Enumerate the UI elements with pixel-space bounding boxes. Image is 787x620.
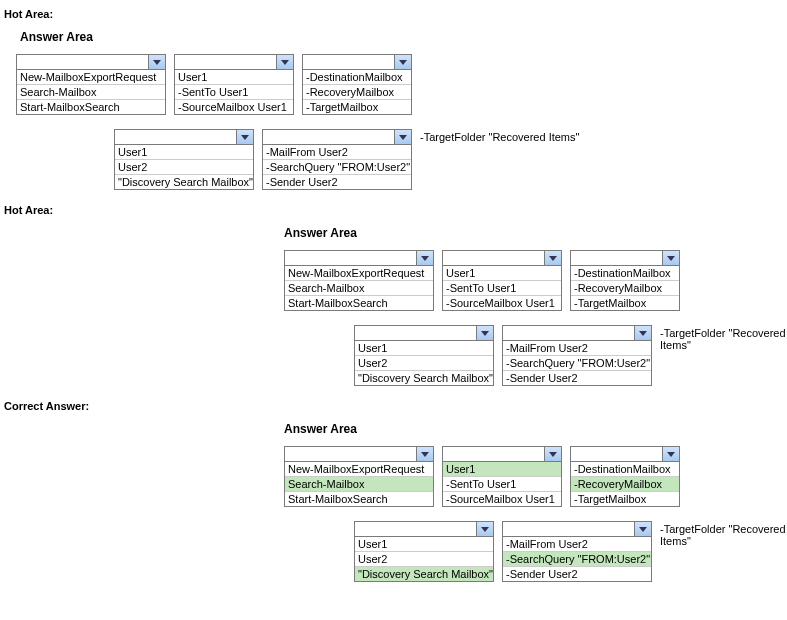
answer-area-label-2: Answer Area: [284, 226, 787, 240]
option-tgt-1[interactable]: User2: [355, 552, 493, 567]
svg-marker-11: [549, 452, 557, 457]
trailing-text-2: -TargetFolder "Recovered Items": [660, 325, 787, 351]
option-src-1[interactable]: -SentTo User1: [443, 281, 561, 296]
svg-marker-12: [667, 452, 675, 457]
dropdown-tgt-2[interactable]: User1 User2 "Discovery Search Mailbox": [354, 325, 494, 386]
chevron-down-icon: [662, 447, 679, 461]
option-src-2[interactable]: -SourceMailbox User1: [175, 100, 293, 114]
chevron-down-icon: [662, 251, 679, 265]
option-dst-2[interactable]: -TargetMailbox: [571, 492, 679, 506]
dropdown-qry-1[interactable]: -MailFrom User2 -SearchQuery "FROM:User2…: [262, 129, 412, 190]
option-src-2[interactable]: -SourceMailbox User1: [443, 492, 561, 506]
option-tgt-1[interactable]: User2: [115, 160, 253, 175]
option-qry-1[interactable]: -SearchQuery "FROM:User2": [263, 160, 411, 175]
option-src-0[interactable]: User1: [443, 462, 561, 477]
option-cmd-0[interactable]: New-MailboxExportRequest: [17, 70, 165, 85]
chevron-down-icon: [634, 326, 651, 340]
option-dst-1[interactable]: -RecoveryMailbox: [571, 281, 679, 296]
row-3b: User1 User2 "Discovery Search Mailbox" -…: [354, 521, 787, 582]
option-src-0[interactable]: User1: [175, 70, 293, 85]
option-qry-1[interactable]: -SearchQuery "FROM:User2": [503, 552, 651, 567]
trailing-text-3: -TargetFolder "Recovered Items": [660, 521, 787, 547]
svg-marker-7: [667, 256, 675, 261]
option-dst-1[interactable]: -RecoveryMailbox: [571, 477, 679, 492]
option-dst-0[interactable]: -DestinationMailbox: [303, 70, 411, 85]
option-cmd-1[interactable]: Search-Mailbox: [285, 281, 433, 296]
option-src-2[interactable]: -SourceMailbox User1: [443, 296, 561, 310]
section-label-hotarea-1: Hot Area:: [4, 8, 787, 20]
chevron-down-icon: [236, 130, 253, 144]
chevron-down-icon: [544, 251, 561, 265]
option-qry-0[interactable]: -MailFrom User2: [263, 145, 411, 160]
svg-marker-5: [421, 256, 429, 261]
option-qry-2[interactable]: -Sender User2: [503, 371, 651, 385]
option-tgt-2[interactable]: "Discovery Search Mailbox": [355, 371, 493, 385]
answer-area-label-1: Answer Area: [20, 30, 787, 44]
option-qry-2[interactable]: -Sender User2: [263, 175, 411, 189]
option-src-0[interactable]: User1: [443, 266, 561, 281]
answer-area-label-3: Answer Area: [284, 422, 787, 436]
chevron-down-icon: [416, 447, 433, 461]
row-1b: User1 User2 "Discovery Search Mailbox" -…: [114, 129, 787, 190]
dropdown-cmd-2[interactable]: New-MailboxExportRequest Search-Mailbox …: [284, 250, 434, 311]
svg-marker-13: [481, 527, 489, 532]
option-tgt-0[interactable]: User1: [115, 145, 253, 160]
option-qry-0[interactable]: -MailFrom User2: [503, 537, 651, 552]
chevron-down-icon: [476, 326, 493, 340]
chevron-down-icon: [634, 522, 651, 536]
chevron-down-icon: [394, 55, 411, 69]
row-3a: New-MailboxExportRequest Search-Mailbox …: [284, 446, 787, 507]
svg-marker-3: [241, 135, 249, 140]
chevron-down-icon: [476, 522, 493, 536]
dropdown-src-1[interactable]: User1 -SentTo User1 -SourceMailbox User1: [174, 54, 294, 115]
dropdown-cmd-3[interactable]: New-MailboxExportRequest Search-Mailbox …: [284, 446, 434, 507]
svg-marker-8: [481, 331, 489, 336]
option-qry-1[interactable]: -SearchQuery "FROM:User2": [503, 356, 651, 371]
option-src-1[interactable]: -SentTo User1: [175, 85, 293, 100]
option-qry-0[interactable]: -MailFrom User2: [503, 341, 651, 356]
option-cmd-2[interactable]: Start-MailboxSearch: [285, 492, 433, 506]
dropdown-dst-1[interactable]: -DestinationMailbox -RecoveryMailbox -Ta…: [302, 54, 412, 115]
chevron-down-icon: [148, 55, 165, 69]
svg-marker-2: [399, 60, 407, 65]
svg-marker-9: [639, 331, 647, 336]
option-dst-2[interactable]: -TargetMailbox: [571, 296, 679, 310]
chevron-down-icon: [416, 251, 433, 265]
option-tgt-0[interactable]: User1: [355, 341, 493, 356]
svg-marker-4: [399, 135, 407, 140]
option-cmd-1[interactable]: Search-Mailbox: [285, 477, 433, 492]
dropdown-qry-3[interactable]: -MailFrom User2 -SearchQuery "FROM:User2…: [502, 521, 652, 582]
option-tgt-0[interactable]: User1: [355, 537, 493, 552]
dropdown-tgt-1[interactable]: User1 User2 "Discovery Search Mailbox": [114, 129, 254, 190]
option-tgt-1[interactable]: User2: [355, 356, 493, 371]
option-dst-1[interactable]: -RecoveryMailbox: [303, 85, 411, 100]
dropdown-tgt-3[interactable]: User1 User2 "Discovery Search Mailbox": [354, 521, 494, 582]
option-cmd-0[interactable]: New-MailboxExportRequest: [285, 462, 433, 477]
option-cmd-0[interactable]: New-MailboxExportRequest: [285, 266, 433, 281]
option-dst-0[interactable]: -DestinationMailbox: [571, 462, 679, 477]
option-qry-2[interactable]: -Sender User2: [503, 567, 651, 581]
option-cmd-2[interactable]: Start-MailboxSearch: [285, 296, 433, 310]
row-2b: User1 User2 "Discovery Search Mailbox" -…: [354, 325, 787, 386]
svg-marker-6: [549, 256, 557, 261]
option-dst-2[interactable]: -TargetMailbox: [303, 100, 411, 114]
row-1a: New-MailboxExportRequest Search-Mailbox …: [16, 54, 787, 115]
option-tgt-2[interactable]: "Discovery Search Mailbox": [355, 567, 493, 581]
svg-marker-1: [281, 60, 289, 65]
option-cmd-1[interactable]: Search-Mailbox: [17, 85, 165, 100]
dropdown-src-3[interactable]: User1 -SentTo User1 -SourceMailbox User1: [442, 446, 562, 507]
section-label-hotarea-2: Hot Area:: [4, 204, 787, 216]
dropdown-dst-2[interactable]: -DestinationMailbox -RecoveryMailbox -Ta…: [570, 250, 680, 311]
row-2a: New-MailboxExportRequest Search-Mailbox …: [284, 250, 787, 311]
dropdown-cmd-1[interactable]: New-MailboxExportRequest Search-Mailbox …: [16, 54, 166, 115]
svg-marker-14: [639, 527, 647, 532]
option-dst-0[interactable]: -DestinationMailbox: [571, 266, 679, 281]
dropdown-src-2[interactable]: User1 -SentTo User1 -SourceMailbox User1: [442, 250, 562, 311]
option-src-1[interactable]: -SentTo User1: [443, 477, 561, 492]
chevron-down-icon: [544, 447, 561, 461]
option-cmd-2[interactable]: Start-MailboxSearch: [17, 100, 165, 114]
dropdown-qry-2[interactable]: -MailFrom User2 -SearchQuery "FROM:User2…: [502, 325, 652, 386]
chevron-down-icon: [394, 130, 411, 144]
dropdown-dst-3[interactable]: -DestinationMailbox -RecoveryMailbox -Ta…: [570, 446, 680, 507]
option-tgt-2[interactable]: "Discovery Search Mailbox": [115, 175, 253, 189]
